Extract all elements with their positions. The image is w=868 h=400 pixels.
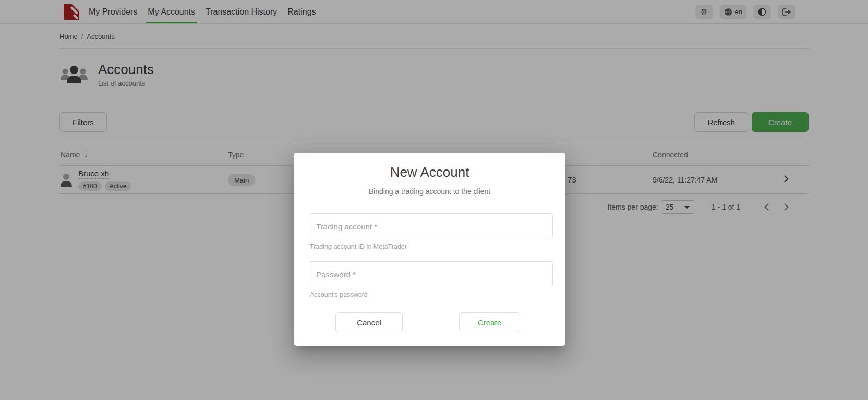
- trading-account-field-group: Trading account ID in MetaTrader: [309, 213, 553, 251]
- cancel-button[interactable]: Cancel: [335, 312, 403, 332]
- password-hint: Account's password: [310, 291, 553, 299]
- password-input[interactable]: [309, 261, 553, 287]
- trading-account-input[interactable]: [309, 213, 553, 239]
- dialog-create-button[interactable]: Create: [459, 312, 520, 332]
- dialog-actions: Cancel Create: [294, 312, 565, 332]
- password-field-group: Account's password: [309, 261, 553, 299]
- dialog-subtitle: Binding a trading account to the client: [294, 187, 565, 196]
- page: My Providers My Accounts Transaction His…: [0, 0, 868, 400]
- dialog-title: New Account: [294, 164, 565, 180]
- new-account-dialog: New Account Binding a trading account to…: [294, 153, 565, 346]
- trading-account-hint: Trading account ID in MetaTrader: [310, 243, 553, 251]
